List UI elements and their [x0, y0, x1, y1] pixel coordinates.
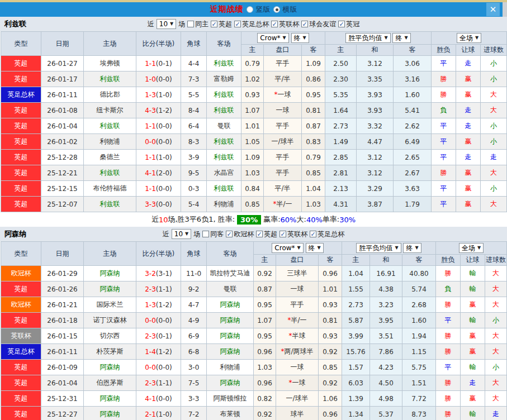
- summary-segment: 60%: [281, 216, 297, 224]
- group-fullmatch: 全场▼: [432, 32, 507, 45]
- odds-stage-select-1[interactable]: 终▼: [306, 243, 324, 253]
- away-team: 利兹联: [207, 103, 241, 118]
- checkbox-icon[interactable]: ✓: [271, 21, 278, 27]
- avg-type-select[interactable]: 胜平负均值▼: [356, 243, 401, 253]
- handicap-line: *半/一: [264, 197, 302, 212]
- league-filter[interactable]: ✓英超: [211, 20, 232, 29]
- match-row: 英超26-01-04利兹联1-1(0-0)6-4曼联1.01平手0.872.73…: [1, 118, 507, 134]
- handicap-line: 平手: [264, 165, 302, 181]
- avg-draw-odds: 3.12: [357, 56, 394, 71]
- match-date: 26-01-17: [41, 71, 84, 87]
- horizontal-layout-radio[interactable]: [273, 6, 280, 13]
- odds-stage-select-1[interactable]: 终▼: [291, 33, 309, 43]
- vertical-layout-label[interactable]: 竖版: [256, 4, 271, 15]
- league-filter[interactable]: ✓英足总杯: [310, 230, 344, 239]
- summary-segment: 单率:: [323, 214, 339, 225]
- handicap-away-odds: 0.86: [302, 71, 325, 87]
- summary-segment: 10: [159, 216, 168, 224]
- horizontal-layout-label[interactable]: 横版: [283, 4, 297, 15]
- same-venue-filter[interactable]: 同客: [202, 230, 224, 239]
- handicap-line: 一球: [264, 103, 302, 118]
- bookmaker-select[interactable]: Crow*▼: [257, 33, 288, 43]
- same-venue-filter[interactable]: 同主: [187, 20, 209, 29]
- league-filter[interactable]: ✓欧冠杯: [226, 230, 254, 239]
- checkbox-icon[interactable]: ✓: [279, 231, 286, 237]
- record-summary: 近10场,胜3平6负1, 胜率:30%赢率:60% 大:40% 单率:30%: [0, 212, 507, 227]
- fulltime-score: 3-3: [145, 201, 156, 208]
- avg-draw-odds: 16.91: [370, 266, 402, 281]
- fulltime-score: 0-0: [145, 364, 156, 371]
- handicap-home-odds: 0.87: [254, 281, 276, 297]
- checkbox-icon[interactable]: ✓: [310, 231, 316, 237]
- match-date: 26-01-02: [41, 134, 84, 150]
- handicap-line-text: 平手: [276, 122, 290, 130]
- checkbox-icon[interactable]: ✓: [256, 231, 263, 237]
- checkbox-icon[interactable]: [187, 21, 194, 27]
- col-let: 让球: [456, 45, 481, 56]
- avg-away-odds: 5.41: [394, 103, 432, 118]
- col-avg-home: 主: [342, 255, 370, 266]
- away-team: 曼联: [207, 118, 241, 134]
- avg-away-odds: 2.62: [394, 118, 432, 134]
- results-table-arsenal: 类型 日期 主场 比分(半场) 角球 客场 Crow*▼ 终▼ 胜平负均值▼ 终…: [1, 241, 507, 420]
- handicap-line-text: 一球: [276, 106, 290, 114]
- avg-home-odds: 2.13: [325, 181, 357, 197]
- checkbox-icon[interactable]: ✓: [338, 21, 345, 27]
- match-scope-select[interactable]: 全场▼: [457, 33, 481, 43]
- avg-draw-odds: 3.93: [357, 87, 394, 103]
- close-icon[interactable]: ✕: [486, 3, 500, 16]
- home-team: 切尔西: [84, 328, 136, 344]
- avg-type-select[interactable]: 胜平负均值▼: [345, 33, 390, 43]
- league-filter[interactable]: ✓英联杯: [271, 20, 299, 29]
- corner-score: 5-4: [181, 197, 207, 212]
- match-date: 25-12-15: [41, 181, 84, 197]
- match-score: 1-3(1-2): [136, 297, 181, 313]
- avg-away-odds: 3.06: [394, 56, 432, 71]
- wdl-result: 平: [432, 118, 456, 134]
- handicap-home-odds: 1.02: [241, 71, 264, 87]
- match-scope-select[interactable]: 全场▼: [459, 243, 484, 253]
- checkbox-icon[interactable]: ✓: [226, 231, 233, 237]
- bookmaker-select[interactable]: Crow*▼: [272, 243, 303, 253]
- league-filter[interactable]: ✓英冠: [338, 20, 359, 29]
- wdl-result: 平: [432, 181, 456, 197]
- match-rows: 英超26-01-27埃弗顿1-1(0-1)4-4利兹联0.79平手1.092.5…: [1, 56, 507, 212]
- col-home: 主场: [84, 242, 136, 266]
- fulltime-score: 3-2: [145, 270, 156, 278]
- corner-score: 9-5: [181, 165, 207, 181]
- checkbox-icon[interactable]: [202, 231, 209, 237]
- league-filter[interactable]: ✓英联杯: [279, 230, 307, 239]
- match-date: 26-01-09: [41, 360, 84, 375]
- vertical-layout-radio[interactable]: [247, 6, 253, 13]
- handicap-home-odds: 0.95: [254, 328, 276, 344]
- col-type: 类型: [1, 242, 41, 266]
- home-team: 阿森纳: [84, 391, 136, 407]
- summary-segment: 赢率:: [263, 214, 280, 225]
- wdl-result: 平: [432, 56, 456, 71]
- match-count-select[interactable]: 10▼: [172, 229, 191, 239]
- avg-away-odds: 40.80: [402, 266, 436, 281]
- league-filter[interactable]: ✓英足总杯: [234, 20, 269, 29]
- match-row: 英超25-12-31阿森纳4-1(0-0)3-3阿斯顿维拉0.82一/球半1.0…: [1, 391, 507, 407]
- team-name: 阿森纳: [4, 229, 26, 239]
- match-row: 英足总杯26-01-11朴茨茅斯1-4(1-2)6-8阿森纳0.96*两/两球半…: [1, 344, 507, 360]
- match-count-select[interactable]: 10▼: [157, 19, 176, 29]
- checkbox-icon[interactable]: ✓: [234, 21, 241, 27]
- wdl-result: 負: [432, 103, 456, 118]
- checkbox-icon[interactable]: ✓: [301, 21, 308, 27]
- avg-draw-odds: 3.12: [357, 150, 394, 165]
- handicap-line: *一球: [264, 87, 302, 103]
- filter-bar: 近10▼场同客✓欧冠杯✓英超✓英联杯✓英足总杯: [163, 229, 344, 239]
- league-filter[interactable]: ✓球会友谊: [301, 20, 336, 29]
- away-team: 阿森纳: [207, 297, 254, 313]
- match-score: 4-3(1-2): [136, 103, 181, 118]
- goals-result: 小: [481, 134, 507, 150]
- checkbox-icon[interactable]: ✓: [211, 21, 217, 27]
- home-team: 国际米兰: [84, 297, 136, 313]
- corner-score: 5-5: [181, 87, 207, 103]
- odds-stage-select-2[interactable]: 终▼: [403, 243, 421, 253]
- odds-stage-select-2[interactable]: 终▼: [392, 33, 410, 43]
- handicap-away-odds: 0.81: [319, 313, 342, 328]
- corner-score: 3-3: [181, 391, 207, 407]
- league-filter[interactable]: ✓英超: [256, 230, 277, 239]
